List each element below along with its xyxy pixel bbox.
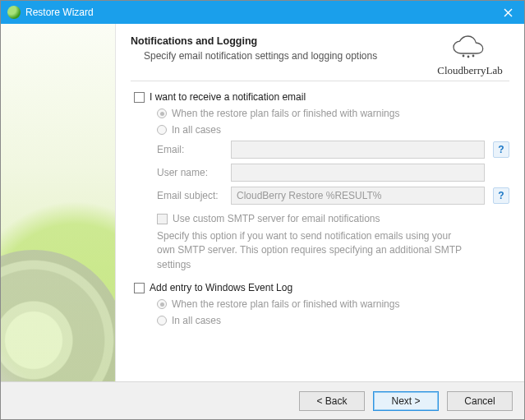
footer: < Back Next > Cancel (1, 381, 524, 419)
page-subtitle: Specify email notification settings and … (144, 50, 431, 62)
checkbox-icon (157, 214, 168, 224)
email-field[interactable] (231, 141, 485, 159)
divider (131, 81, 509, 81)
notify-email-checkbox[interactable]: I want to receive a notification email (134, 91, 509, 103)
svg-point-4 (472, 55, 475, 58)
radio-icon (157, 108, 167, 118)
radio-icon (157, 125, 167, 135)
app-icon (7, 6, 21, 19)
username-field[interactable] (231, 164, 485, 182)
notify-radio-all[interactable]: In all cases (157, 124, 509, 136)
eventlog-label: Add entry to Windows Event Log (150, 282, 292, 293)
eventlog-radio-fail-label: When the restore plan fails or finished … (172, 298, 399, 310)
checkbox-icon (134, 92, 145, 103)
smtp-note: Specify this option if you want to send … (157, 229, 469, 272)
subject-label: Email subject: (157, 190, 223, 201)
help-subject-button[interactable]: ? (493, 187, 509, 204)
email-label: Email: (157, 144, 223, 155)
smtp-label: Use custom SMTP server for email notific… (173, 213, 380, 224)
brand-text: CloudberryLab (431, 64, 509, 77)
notify-email-label: I want to receive a notification email (150, 91, 306, 103)
cancel-button[interactable]: Cancel (447, 391, 513, 411)
notify-radio-fail-label: When the restore plan fails or finished … (172, 108, 399, 119)
smtp-checkbox[interactable]: Use custom SMTP server for email notific… (157, 213, 509, 224)
notify-radio-all-label: In all cases (172, 124, 221, 136)
cloud-icon (449, 35, 490, 60)
radio-icon (157, 299, 167, 309)
checkbox-icon (134, 283, 145, 293)
eventlog-radio-all-label: In all cases (172, 315, 221, 326)
username-label: User name: (157, 167, 223, 178)
radio-icon (157, 316, 167, 325)
back-button[interactable]: < Back (299, 391, 365, 411)
notify-radio-fail[interactable]: When the restore plan fails or finished … (157, 108, 509, 119)
help-email-button[interactable]: ? (493, 141, 509, 158)
window-title: Restore Wizard (25, 7, 491, 18)
main-panel: Notifications and Logging Specify email … (116, 24, 524, 381)
page-title: Notifications and Logging (131, 35, 431, 47)
brand-logo: CloudberryLab (431, 35, 509, 77)
svg-point-2 (463, 55, 465, 58)
close-icon (504, 8, 513, 17)
eventlog-radio-all[interactable]: In all cases (157, 315, 509, 326)
titlebar: Restore Wizard (1, 1, 524, 24)
next-button[interactable]: Next > (373, 391, 439, 411)
content: Notifications and Logging Specify email … (1, 24, 524, 381)
close-button[interactable] (491, 1, 524, 24)
svg-point-3 (467, 56, 470, 58)
subject-field[interactable] (231, 187, 485, 205)
eventlog-radio-fail[interactable]: When the restore plan fails or finished … (157, 298, 509, 310)
eventlog-checkbox[interactable]: Add entry to Windows Event Log (134, 282, 509, 293)
sidebar-art (1, 24, 116, 381)
